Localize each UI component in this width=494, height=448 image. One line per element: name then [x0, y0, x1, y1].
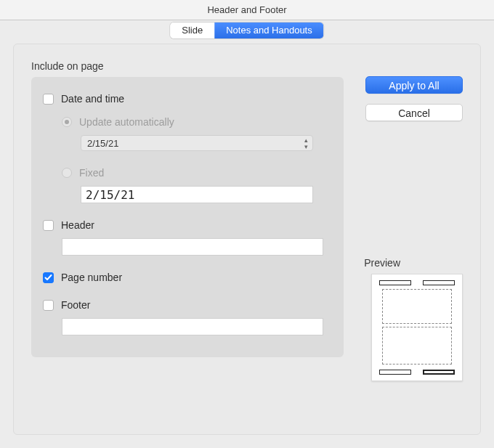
include-form: Date and time Update automatically 2/15/…	[31, 77, 344, 357]
fixed-label: Fixed	[79, 167, 104, 179]
apply-to-all-button[interactable]: Apply to All	[365, 76, 463, 94]
include-on-page-label: Include on page	[31, 60, 463, 72]
update-auto-row: Update automatically	[62, 110, 332, 134]
footer-label: Footer	[61, 299, 90, 311]
cancel-label: Cancel	[398, 107, 430, 119]
update-auto-label: Update automatically	[79, 116, 174, 128]
fixed-row: Fixed	[62, 161, 332, 184]
window-title: Header and Footer	[207, 4, 286, 15]
page-number-checkbox[interactable]	[43, 272, 54, 283]
tab-segmented-control: Slide Notes and Handouts	[170, 23, 323, 38]
preview-page-number-icon	[423, 370, 455, 375]
preview-notes-area-icon	[382, 327, 452, 364]
cancel-button[interactable]: Cancel	[365, 104, 463, 121]
button-column: Apply to All Cancel	[365, 76, 463, 121]
preview-header-right-icon	[423, 280, 455, 285]
select-arrows-icon: ▴▾	[304, 137, 308, 150]
header-input-row	[62, 237, 332, 261]
main-panel: Include on page Date and time Update aut…	[13, 44, 481, 435]
checkmark-icon	[44, 274, 52, 282]
header-footer-dialog: Header and Footer Slide Notes and Handou…	[0, 0, 494, 448]
apply-to-all-label: Apply to All	[389, 80, 439, 91]
titlebar: Header and Footer	[0, 0, 494, 20]
footer-row: Footer	[43, 293, 332, 317]
datetime-label: Date and time	[61, 93, 124, 105]
update-auto-radio[interactable]	[62, 117, 72, 127]
datetime-checkbox[interactable]	[43, 94, 54, 105]
fixed-date-row	[81, 184, 332, 209]
preview-slide-area-icon	[382, 289, 452, 324]
datetime-row: Date and time	[43, 87, 332, 110]
tab-slide[interactable]: Slide	[170, 23, 214, 38]
header-input[interactable]	[62, 238, 323, 256]
footer-input[interactable]	[62, 318, 323, 335]
date-format-select[interactable]: 2/15/21 ▴▾	[81, 135, 313, 151]
date-format-row: 2/15/21 ▴▾	[81, 134, 332, 157]
tab-notes-handouts[interactable]: Notes and Handouts	[214, 23, 324, 38]
header-label: Header	[61, 219, 94, 231]
date-format-value: 2/15/21	[87, 138, 118, 149]
preview-header-left-icon	[379, 280, 411, 285]
header-row: Header	[43, 213, 332, 237]
preview-footer-left-icon	[379, 370, 411, 375]
fixed-date-input[interactable]	[81, 186, 313, 203]
header-checkbox[interactable]	[43, 220, 54, 231]
tab-slide-label: Slide	[182, 25, 203, 36]
fixed-radio[interactable]	[62, 168, 72, 178]
page-number-row: Page number	[43, 266, 332, 289]
preview-label: Preview	[364, 257, 400, 269]
footer-input-row	[62, 317, 332, 341]
tab-notes-label: Notes and Handouts	[226, 25, 312, 36]
page-number-label: Page number	[61, 272, 122, 283]
footer-checkbox[interactable]	[43, 300, 54, 311]
preview-thumbnail	[371, 274, 463, 381]
